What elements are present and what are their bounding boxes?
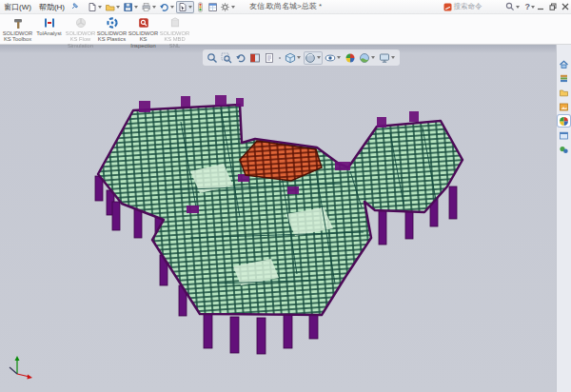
chevron-down-icon[interactable] [317,56,321,59]
chevron-down-icon[interactable] [98,6,102,9]
chevron-down-icon[interactable] [134,6,138,9]
view-orientation-button[interactable] [284,51,303,65]
home-icon [559,59,569,69]
appearance-ball-icon [559,116,569,127]
apply-scene-button[interactable] [358,51,377,65]
search-placeholder: 搜索命令 [454,2,482,11]
forum-icon [559,145,569,155]
chevron-down-icon[interactable] [231,6,235,9]
select-button[interactable] [176,1,194,13]
chevron-down-icon[interactable] [391,56,395,59]
restore-button[interactable] [547,1,558,12]
chevron-down-icon[interactable] [371,56,375,59]
addin-solidworks-toolbox[interactable]: SOLIDWORKS Toolbox [2,14,33,43]
solidworks-forum-button[interactable] [558,144,570,155]
graphics-viewport[interactable] [0,44,571,392]
tolanalyst-icon [43,16,56,29]
plastics-icon [106,16,119,29]
document-title: 友信.欧尚名城>总装 * [249,0,322,13]
zoom-to-area-button[interactable] [220,51,233,65]
solidworks-logo-icon [443,3,452,11]
pin-icon[interactable] [71,2,79,11]
open-button[interactable] [104,1,122,13]
properties-window-icon [559,130,569,141]
minimize-button[interactable] [535,1,545,12]
rebuild-button[interactable] [194,1,207,13]
toolbar-separator [279,57,281,59]
library-icon [559,73,569,84]
assembly-model-building-formwork[interactable] [0,44,571,392]
heads-up-view-toolbar [203,49,400,66]
help-icon: ? [525,2,531,11]
chevron-down-icon[interactable] [152,6,156,9]
menu-window[interactable]: 窗口(W) [0,2,35,12]
menu-help[interactable]: 帮助(H) [35,2,69,12]
command-search: 搜索命令 ? [443,0,538,13]
coordinate-triad [10,356,32,380]
task-pane [556,44,571,392]
addin-tolanalyst[interactable]: TolAnalyst [33,14,65,36]
search-input[interactable]: 搜索命令 [443,2,502,12]
addin-plastics[interactable]: SOLIDWORKS Plastics [96,14,128,43]
section-view-button[interactable] [248,51,262,65]
file-properties-button[interactable] [207,1,219,13]
zoom-to-fit-button[interactable] [206,51,219,65]
search-scope-button[interactable] [504,1,522,13]
print-button[interactable] [140,1,158,13]
view-palette-button[interactable] [558,101,570,112]
options-button[interactable] [219,1,237,13]
close-button[interactable] [560,1,570,12]
view-settings-button[interactable] [378,51,397,65]
previous-view-button[interactable] [234,51,247,65]
chevron-down-icon[interactable] [170,6,174,9]
toolbox-icon [11,16,25,29]
chevron-down-icon[interactable] [516,6,520,9]
addins-toolbar: SOLIDWORKS Toolbox TolAnalyst SOLIDWORKS… [0,14,571,45]
design-library-button[interactable] [558,72,570,84]
addin-mbd-snl[interactable]: SOLIDWORKS MBD SNL [159,14,190,49]
solidworks-resources-button[interactable] [558,58,570,69]
hide-show-items-button[interactable] [324,51,343,65]
picture-icon [559,102,569,112]
addin-flow-simulation[interactable]: SOLIDWORKS Flow Simulation [65,14,96,49]
flow-simulation-icon [74,16,88,29]
appearances-scenes-button[interactable] [558,115,570,127]
addin-inspection[interactable]: SOLIDWORKS Inspection [128,14,159,49]
undo-button[interactable] [158,1,176,13]
annotation-views-button[interactable] [263,51,276,65]
chevron-down-icon[interactable] [116,6,120,9]
chevron-down-icon[interactable] [337,56,341,59]
mbd-icon [168,16,182,29]
solidworks-window: 窗口(W) 帮助(H) [0,0,571,392]
menu-bar: 窗口(W) 帮助(H) [0,0,571,14]
folder-icon [559,88,569,98]
inspection-icon [137,16,150,29]
save-button[interactable] [122,1,140,13]
new-document-button[interactable] [86,1,104,13]
display-style-button[interactable] [304,51,323,65]
custom-properties-button[interactable] [558,129,570,141]
quick-access-toolbar [86,1,237,13]
chevron-down-icon[interactable] [297,56,301,59]
edit-appearance-button[interactable] [344,51,357,65]
chevron-down-icon[interactable] [188,6,192,9]
file-explorer-button[interactable] [558,87,570,98]
window-controls [535,0,570,13]
formwork-slab[interactable] [98,105,463,315]
